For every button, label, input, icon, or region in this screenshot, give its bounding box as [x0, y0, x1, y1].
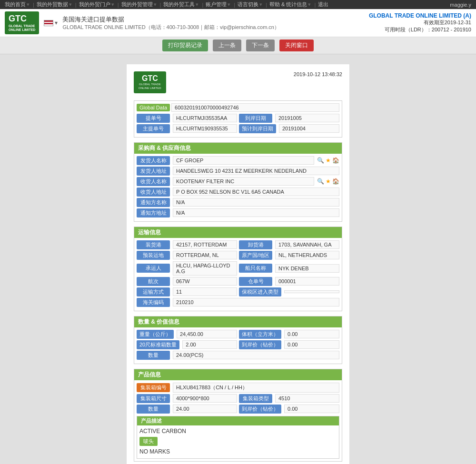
supplier-section: 采购商 & 供应商信息 发货人名称 CF GROEP 🔍 ★ 🏠 发货人地址 H…	[134, 142, 342, 222]
origin-port-cell: 装货港 42157, ROTTERDAM	[137, 240, 237, 249]
logo-text: GTC GLOBAL TRADE ONLINE LIMITED	[9, 14, 35, 32]
weight-row: 重量（公斤） 24,450.00 体积（立方米） 0.00	[137, 330, 339, 339]
product-description: ACTIVE CARBON	[139, 428, 337, 434]
container20-value: 2.00	[182, 340, 237, 349]
doc-logo-box: GTC GLOBAL TRADEONLINE LIMITED	[134, 71, 166, 93]
product-qty-row: 数量 24.00 到岸价（钻价） 0.00	[137, 405, 339, 414]
product-section-header: 产品信息	[134, 369, 342, 380]
nav-language[interactable]: 语言切换	[238, 1, 258, 8]
expire-date: 有效期至2019-12-31	[369, 19, 471, 26]
warehouse-label: 仓单号	[239, 277, 272, 286]
origin-country-cell: 原产国/地区 NL, NETHERLANDS	[239, 251, 339, 260]
voyage-label: 航次	[137, 277, 170, 286]
warehouse-cell: 仓单号 000001	[239, 277, 339, 286]
shipper-addr-value: HANDELSWEG 10 4231 EZ MEERKERK NEDERLAND	[173, 167, 339, 175]
carrier-cell: 承运人 HLCU, HAPAG-LLOYD A.G	[137, 261, 237, 276]
bill-no-cell: 提单号 HLCURTMJI35535AA	[137, 114, 237, 123]
desc-body: ACTIVE CARBON 唛头 NO MARKS	[137, 425, 339, 458]
header-right: GLOBAL TRADE ONLINE LIMITED (A) 有效期至2019…	[369, 12, 471, 33]
shipping-section-header: 运输信息	[134, 227, 342, 238]
vessel-value: NYK DENEB	[275, 264, 339, 273]
shipper-value: CF GROEP	[173, 156, 314, 165]
product-section-body: 集装箱编号 HLXU8417883（CN / L / HH） 集装箱尺寸 400…	[134, 380, 342, 461]
global-data-label: Global Data	[137, 104, 170, 111]
container20-label: 20尺标准箱数量	[137, 340, 179, 349]
consignee-search-icon[interactable]: 🔍	[317, 178, 324, 185]
company-name: GLOBAL TRADE ONLINE LIMITED (A)	[369, 12, 471, 19]
quantity-section-body: 重量（公斤） 24,450.00 体积（立方米） 0.00 20尺标准箱数量 2…	[134, 327, 342, 364]
consignee-star-icon[interactable]: ★	[326, 178, 331, 185]
arrival-date-cell: 到岸日期 20191005	[239, 114, 339, 123]
nav-export-mgmt[interactable]: 我的外贸管理	[121, 1, 153, 8]
action-bar-top: 打印贸易记录 上一条 下一条 关闭窗口	[0, 37, 476, 54]
product-price-label: 到岸价（钻价）	[239, 405, 281, 414]
shipping-section-body: 装货港 42157, ROTTERDAM 卸货港 1703, SAVANNAH,…	[134, 238, 342, 311]
nav-logout[interactable]: 退出	[318, 1, 328, 8]
weight-value: 24,450.00	[177, 330, 237, 338]
quantity-section-header: 数量 & 价值信息	[134, 316, 342, 327]
prev-button[interactable]: 上一条	[213, 39, 241, 51]
shipper-search-icon[interactable]: 🔍	[317, 157, 324, 164]
top-nav-links[interactable]: 我的首页 ▾ | 我的外贸数据 ▾ | 我的外贸门户 ▾ | 我的外贸管理 ▾ …	[5, 1, 328, 8]
marks-label[interactable]: 唛头	[139, 437, 158, 446]
consignee-home-icon[interactable]: 🏠	[332, 178, 339, 185]
master-bill-cell: 主提单号 HLCURTM190935535	[137, 124, 237, 133]
preload-row: 预装运地 ROTTERDAM, NL 原产国/地区 NL, NETHERLAND…	[137, 251, 339, 260]
document-datetime: 2019-10-12 13:48:32	[294, 71, 342, 77]
next-button[interactable]: 下一条	[246, 39, 275, 51]
notify-addr-row: 通知方地址 N/A	[137, 208, 339, 217]
page-title: 美国海关进口提单数据	[62, 15, 279, 24]
preload-label: 预装运地	[137, 251, 170, 260]
bill-row: 提单号 HLCURTMJI35535AA 到岸日期 20191005	[137, 114, 339, 123]
transport-cell: 运输方式 11	[137, 287, 237, 296]
shipper-home-icon[interactable]: 🏠	[332, 157, 339, 164]
nav-help[interactable]: 帮助 & 统计信息	[269, 1, 307, 8]
container-type-cell: 集装箱类型 4510	[239, 394, 339, 403]
transport-value: 11	[173, 287, 237, 296]
unit-price-cell: 到岸价（钻价） 0.00	[239, 340, 339, 349]
current-user: maggie.y	[450, 2, 471, 8]
nav-export-tools[interactable]: 我的外贸工具	[163, 1, 195, 8]
consignee-addr-label: 收货人地址	[137, 188, 170, 197]
print-button[interactable]: 打印贸易记录	[162, 39, 208, 51]
customs-label: 海关编码	[137, 298, 170, 307]
shipper-star-icon[interactable]: ★	[326, 157, 331, 164]
shipper-addr-row: 发货人地址 HANDELSWEG 10 4231 EZ MEERKERK NED…	[137, 167, 339, 176]
voyage-row: 航次 067W 仓单号 000001	[137, 277, 339, 286]
container20-row: 20尺标准箱数量 2.00 到岸价（钻价） 0.00	[137, 340, 339, 349]
document-header: GTC GLOBAL TRADEONLINE LIMITED 2019-10-1…	[134, 71, 342, 93]
ldr-info: 可用时段（LDR）：200712 - 201910	[369, 26, 471, 33]
doc-logo: GTC GLOBAL TRADEONLINE LIMITED	[134, 71, 166, 93]
unit-price-label: 到岸价（钻价）	[239, 340, 281, 349]
product-qty-label: 数量	[137, 405, 170, 414]
product-price-value: 0.00	[284, 405, 339, 413]
transport-label: 运输方式	[137, 287, 170, 296]
nav-home[interactable]: 我的首页	[5, 1, 26, 8]
bill-no-label: 提单号	[137, 114, 170, 123]
quantity-section: 数量 & 价值信息 重量（公斤） 24,450.00 体积（立方米） 0.00 …	[134, 316, 342, 364]
origin-port-label: 装货港	[137, 240, 170, 249]
shipper-icons: 🔍 ★ 🏠	[317, 157, 339, 164]
notify-name-row: 通知方名称 N/A	[137, 198, 339, 207]
nav-export-portal[interactable]: 我的外贸门户	[79, 1, 110, 8]
logo-box: GTC GLOBAL TRADE ONLINE LIMITED	[5, 11, 39, 34]
bonded-value	[284, 290, 339, 293]
container-type-value: 4510	[275, 394, 339, 403]
consignee-value: KOOTENAY FILTER INC	[173, 177, 314, 186]
vessel-label: 船只名称	[239, 264, 272, 273]
consignee-label: 收货人名称	[137, 177, 170, 186]
nav-import-data[interactable]: 我的外贸数据	[37, 1, 68, 8]
volume-label: 体积（立方米）	[239, 330, 281, 339]
global-data-row: Global Data 6003201910070000492746	[137, 103, 339, 112]
close-button[interactable]: 关闭窗口	[279, 39, 314, 51]
master-bill-value: HLCURTM190935535	[173, 124, 237, 133]
arrival-date-label: 到岸日期	[239, 114, 272, 123]
warehouse-value: 000001	[275, 277, 339, 286]
volume-cell: 体积（立方米） 0.00	[239, 330, 339, 339]
desc-section-header: 产品描述	[137, 416, 339, 425]
bonded-label: 保税区进入类型	[239, 287, 281, 296]
container-no-value: HLXU8417883（CN / L / HH）	[173, 383, 339, 393]
global-data-body: Global Data 6003201910070000492746 提单号 H…	[134, 101, 342, 137]
origin-country-value: NL, NETHERLANDS	[275, 251, 339, 259]
nav-account[interactable]: 账户管理	[206, 1, 227, 8]
